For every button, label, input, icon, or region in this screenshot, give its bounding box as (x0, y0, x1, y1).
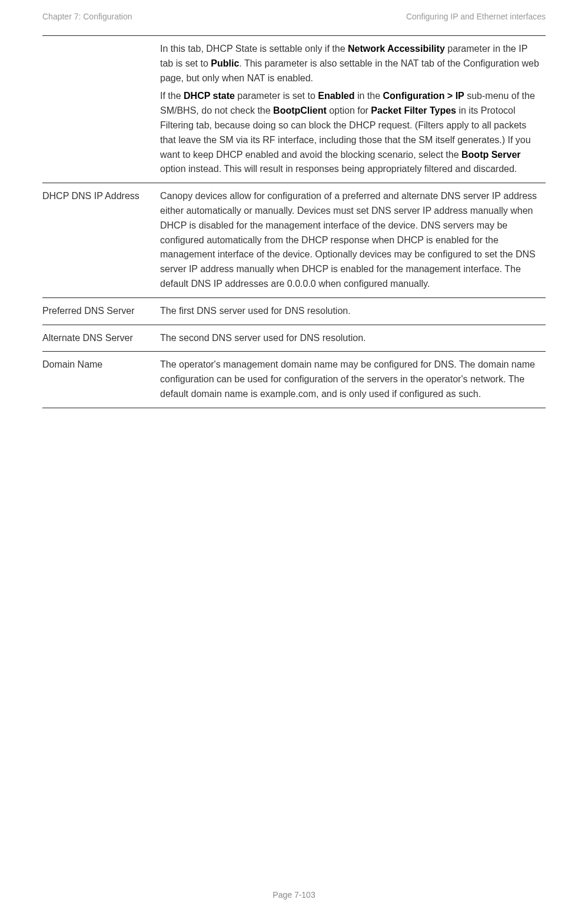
table-row: Domain NameThe operator's management dom… (42, 352, 546, 408)
bold-text: Configuration > IP (383, 91, 464, 101)
description-paragraph: The first DNS server used for DNS resolu… (160, 304, 542, 319)
table-row: DHCP DNS IP AddressCanopy devices allow … (42, 183, 546, 298)
page-footer: Page 7-103 (0, 890, 588, 900)
attributes-table: In this tab, DHCP State is settable only… (42, 35, 546, 408)
description-paragraph: In this tab, DHCP State is settable only… (160, 42, 542, 85)
attribute-label: Domain Name (42, 352, 160, 408)
page-header: Chapter 7: Configuration Configuring IP … (42, 12, 546, 21)
header-chapter: Chapter 7: Configuration (42, 12, 132, 21)
table-row: In this tab, DHCP State is settable only… (42, 36, 546, 183)
bold-text: Packet Filter Types (371, 105, 456, 115)
bold-text: BootpClient (273, 105, 327, 115)
attribute-description: Canopy devices allow for configuration o… (160, 183, 546, 298)
attribute-label: Preferred DNS Server (42, 297, 160, 325)
table-row: Preferred DNS ServerThe first DNS server… (42, 297, 546, 325)
attribute-description: The second DNS server used for DNS resol… (160, 325, 546, 352)
bold-text: Network Accessibility (348, 44, 445, 54)
attribute-label (42, 36, 160, 183)
bold-text: Bootp Server (461, 150, 520, 160)
attribute-description: The operator's management domain name ma… (160, 352, 546, 408)
table-row: Alternate DNS ServerThe second DNS serve… (42, 325, 546, 352)
description-paragraph: The second DNS server used for DNS resol… (160, 331, 542, 346)
header-section: Configuring IP and Ethernet interfaces (406, 12, 546, 21)
bold-text: Public (211, 58, 239, 68)
attribute-label: Alternate DNS Server (42, 325, 160, 352)
page-number: Page 7-103 (273, 890, 315, 900)
bold-text: DHCP state (184, 91, 235, 101)
attribute-description: The first DNS server used for DNS resolu… (160, 297, 546, 325)
bold-text: Enabled (318, 91, 354, 101)
description-paragraph: Canopy devices allow for configuration o… (160, 189, 542, 292)
description-paragraph: If the DHCP state parameter is set to En… (160, 89, 542, 177)
attribute-label: DHCP DNS IP Address (42, 183, 160, 298)
description-paragraph: The operator's management domain name ma… (160, 358, 542, 401)
attribute-description: In this tab, DHCP State is settable only… (160, 36, 546, 183)
